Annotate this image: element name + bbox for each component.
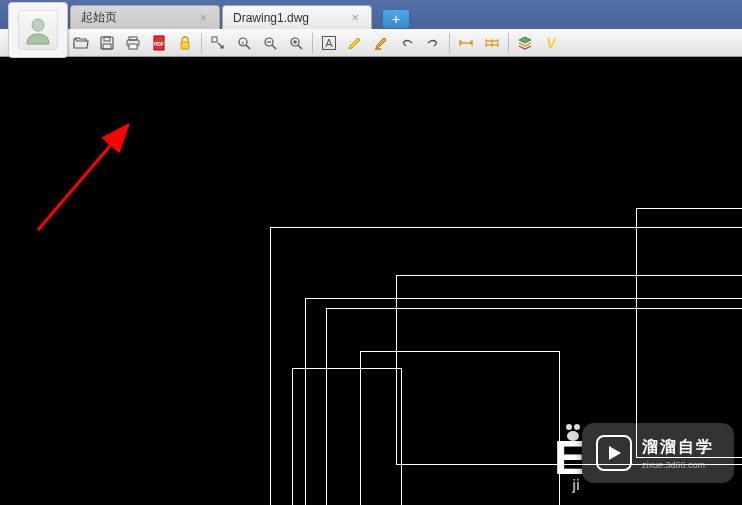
annotation-arrow	[28, 115, 158, 245]
zoom-in-icon	[288, 35, 304, 51]
save-icon	[99, 35, 115, 51]
save-button[interactable]	[95, 31, 119, 55]
svg-rect-9	[181, 42, 189, 49]
plus-icon: +	[392, 11, 400, 27]
zoom-window-icon: ±	[236, 35, 252, 51]
zoom-window-button[interactable]: ±	[232, 31, 256, 55]
svg-text:PDF: PDF	[154, 41, 164, 47]
separator	[508, 33, 509, 53]
undo-icon	[399, 35, 415, 51]
pencil-icon	[347, 35, 363, 51]
redo-icon	[425, 35, 441, 51]
vip-button[interactable]: V	[539, 31, 563, 55]
tab-bar: 起始页 × Drawing1.dwg × +	[0, 0, 742, 29]
close-icon[interactable]: ×	[349, 10, 361, 25]
vip-icon: V	[546, 35, 555, 51]
layers-icon	[517, 35, 533, 51]
svg-line-31	[38, 125, 128, 230]
open-folder-icon	[73, 35, 89, 51]
measure-continuous-icon	[484, 35, 500, 51]
pdf-button[interactable]: PDF	[147, 31, 171, 55]
drawing-rect	[292, 368, 402, 505]
tabs: 起始页 × Drawing1.dwg × +	[70, 0, 410, 29]
undo-button[interactable]	[395, 31, 419, 55]
svg-line-15	[272, 45, 276, 49]
measure-button[interactable]	[454, 31, 478, 55]
svg-rect-3	[103, 44, 111, 49]
svg-text:±: ±	[241, 39, 245, 45]
svg-line-18	[298, 45, 302, 49]
zoom-extent-icon	[210, 35, 226, 51]
toolbar: PDF ±	[0, 29, 742, 57]
tab-label: 起始页	[81, 9, 117, 26]
tab-drawing1[interactable]: Drawing1.dwg ×	[222, 5, 372, 29]
pdf-icon: PDF	[151, 35, 167, 51]
open-button[interactable]	[69, 31, 93, 55]
separator	[449, 33, 450, 53]
zoom-in-button[interactable]	[284, 31, 308, 55]
separator	[201, 33, 202, 53]
zoom-extent-button[interactable]	[206, 31, 230, 55]
pencil-button[interactable]	[343, 31, 367, 55]
svg-rect-10	[212, 37, 217, 42]
tab-start-page[interactable]: 起始页 ×	[70, 5, 220, 29]
svg-point-0	[32, 19, 44, 31]
print-button[interactable]	[121, 31, 145, 55]
layers-button[interactable]	[513, 31, 537, 55]
avatar-placeholder-icon	[18, 10, 58, 50]
tab-label: Drawing1.dwg	[233, 11, 309, 25]
separator	[312, 33, 313, 53]
redo-button[interactable]	[421, 31, 445, 55]
avatar[interactable]	[8, 2, 68, 58]
measure-icon	[458, 35, 474, 51]
svg-line-12	[246, 45, 250, 49]
highlight-button[interactable]	[369, 31, 393, 55]
highlight-icon	[373, 35, 389, 51]
text-button[interactable]: A	[317, 31, 341, 55]
lock-button[interactable]	[173, 31, 197, 55]
print-icon	[125, 35, 141, 51]
zoom-out-button[interactable]	[258, 31, 282, 55]
measure-continuous-button[interactable]	[480, 31, 504, 55]
zoom-out-icon	[262, 35, 278, 51]
text-icon: A	[322, 36, 336, 50]
lock-icon	[177, 35, 193, 51]
drawing-canvas[interactable]: E ji 溜溜自学 zixue.3d66.com	[0, 57, 742, 505]
svg-rect-6	[129, 44, 137, 49]
close-icon[interactable]: ×	[197, 10, 209, 25]
new-tab-button[interactable]: +	[382, 9, 410, 29]
